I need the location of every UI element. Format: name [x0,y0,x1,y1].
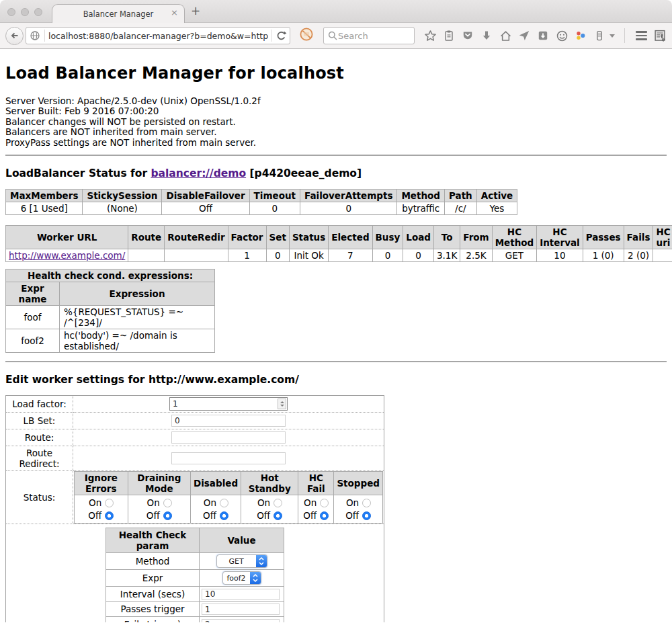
hot-standby-on-radio[interactable] [274,499,282,507]
load-factor-value: 1 [170,399,278,409]
col-hc-fail: HC Fail [298,472,334,495]
col-timeout: Timeout [249,190,300,202]
route-input[interactable] [171,431,286,444]
battery-extension-icon[interactable] [593,29,606,42]
val-route [128,249,165,262]
health-check-expressions-table: Health check cond. expressions: Expr nam… [5,269,215,353]
col-status: Status [289,226,328,249]
colored-dots-extension-icon[interactable] [574,29,587,42]
url-divider [44,30,45,42]
tab-balancer-manager[interactable]: Balancer Manager × [52,4,185,23]
val-load: 0 [403,249,434,262]
hc-expr-select[interactable]: foof2 [222,571,261,585]
panel-download-icon[interactable] [536,29,550,42]
bookmark-star-icon[interactable] [423,29,437,42]
col-hc-value: Value [200,528,284,553]
hc-fail-on-radio[interactable] [320,499,329,507]
new-tab-button[interactable]: + [191,4,200,17]
window-close-button[interactable] [7,8,15,16]
col-load: Load [403,226,434,249]
status-radio-row: On Off On Off On Off [75,495,383,524]
off-label: Off [88,510,101,521]
table-row: 6 [1 Used] (None) Off 0 0 bytraffic /c/ … [6,202,517,215]
val-from: 2.5K [460,249,492,262]
clipboard-icon[interactable] [442,29,456,42]
home-icon[interactable] [499,29,512,42]
col-factor: Factor [228,226,266,249]
off-label: Off [345,510,359,521]
toolbar-icons [423,28,667,43]
col-draining-mode: Draining Mode [128,472,190,495]
health-check-param-table: Health Check param Value Method GET [106,528,284,622]
disabled-on-radio[interactable] [220,499,228,507]
window-zoom-button[interactable] [34,8,42,16]
form-row-lb-set: LB Set: [6,413,384,429]
server-info: Server Version: Apache/2.5.0-dev (Unix) … [5,96,667,148]
lb-set-input[interactable] [171,415,286,427]
search-input[interactable] [338,31,405,41]
tab-close-icon[interactable]: × [171,8,178,17]
hc-interval-input[interactable] [202,589,280,600]
worker-url-link[interactable]: http://www.example.com/ [9,250,125,261]
route-redirect-input[interactable] [171,452,286,464]
val-stickysession: (None) [83,202,162,215]
dropdown-caret-icon[interactable] [610,34,615,38]
val-passes: 1 (0) [583,249,624,262]
back-button[interactable] [5,27,24,45]
menu-icon[interactable] [634,29,648,42]
val-disablefailover: Off [162,202,249,215]
ignore-errors-on-radio[interactable] [105,499,114,507]
disabled-off-radio[interactable] [220,511,228,520]
downloads-icon[interactable] [480,29,493,42]
col-hc-method: HC Method [492,226,537,249]
table-title-row: Health check cond. expressions: [6,269,215,282]
persist-note-line: Balancer changes will NOT be persisted o… [5,117,667,127]
reload-icon[interactable] [276,30,287,42]
expr-value-foof2: hc('body') =~ /domain is established/ [60,329,215,353]
val-hc-uri [653,249,672,262]
content-blocker-icon[interactable] [299,27,314,44]
col-hc-param: Health Check param [106,528,200,553]
hc-method-select[interactable]: GET [216,554,267,568]
pocket-icon[interactable] [461,29,474,42]
route-label: Route: [6,429,73,446]
col-stopped: Stopped [334,472,383,495]
page-tool-icon[interactable] [653,29,667,42]
window-minimize-button[interactable] [21,8,29,16]
proxypass-note-line: ProxyPass settings are NOT inherited fro… [5,138,667,148]
hc-fails-input[interactable] [202,619,280,622]
load-factor-input[interactable]: 1 [169,397,288,411]
balancer-demo-link[interactable]: balancer://demo [151,167,246,179]
stopped-off-radio[interactable] [362,511,371,520]
url-text[interactable]: localhost:8880/balancer-manager?b=demo&w… [48,31,268,41]
expr-table-title: Health check cond. expressions: [6,269,215,282]
hc-fail-off-radio[interactable] [320,511,329,520]
url-bar[interactable]: localhost:8880/balancer-manager?b=demo&w… [26,27,290,44]
val-fails: 2 (0) [624,249,653,262]
search-bar[interactable] [323,27,415,44]
col-path: Path [445,190,477,202]
draining-mode-off-radio[interactable] [163,511,172,520]
chat-smiley-icon[interactable] [555,29,569,42]
col-from: From [460,226,492,249]
hc-row-method: Method GET [106,553,284,570]
form-row-load-factor: Load factor: 1 [6,396,384,413]
hot-standby-off-radio[interactable] [274,511,282,520]
form-row-health-check: Health Check param Value Method GET [6,524,384,622]
stopped-on-radio[interactable] [362,499,371,507]
table-header-row: Worker URL Route RouteRedir Factor Set S… [6,226,672,249]
ignore-errors-off-radio[interactable] [105,511,114,520]
send-icon[interactable] [517,29,531,42]
val-elected: 7 [329,249,372,262]
loadbalancer-status-heading: LoadBalancer Status for balancer://demo … [5,167,667,179]
on-label: On [304,497,317,508]
status-label: Status: [6,471,73,524]
col-worker-url: Worker URL [6,226,128,249]
val-failoverattempts: 0 [300,202,397,215]
draining-mode-on-radio[interactable] [163,499,172,507]
divider [5,155,667,156]
hc-passes-input[interactable] [202,604,280,615]
col-set: Set [266,226,289,249]
load-factor-spinner[interactable] [278,399,286,409]
hc-row-interval: Interval (secs) [106,587,284,602]
